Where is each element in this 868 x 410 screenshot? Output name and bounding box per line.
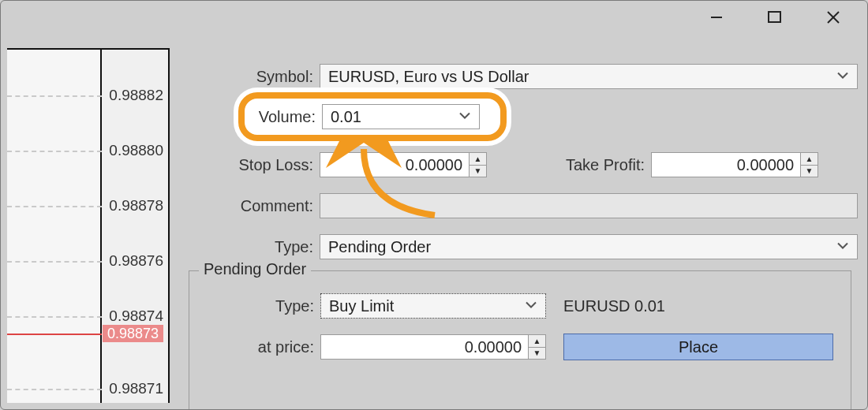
ordertype-label: Type: bbox=[189, 238, 320, 256]
price-tick: 0.98876 bbox=[109, 252, 163, 270]
atprice-spinner[interactable]: ▲▼ bbox=[528, 335, 545, 359]
place-button-label: Place bbox=[679, 338, 718, 356]
symbol-value: EURUSD, Euro vs US Dollar bbox=[328, 68, 529, 86]
pending-order-legend: Pending Order bbox=[199, 260, 311, 278]
symbol-select[interactable]: EURUSD, Euro vs US Dollar bbox=[320, 64, 858, 89]
place-button[interactable]: Place bbox=[563, 334, 833, 360]
highlight-callout: Volume: 0.01 bbox=[234, 88, 511, 146]
takeprofit-input[interactable]: 0.00000 ▲▼ bbox=[651, 152, 818, 177]
current-price-label: 0.98873 bbox=[103, 325, 163, 342]
maximize-button[interactable] bbox=[746, 2, 804, 33]
chevron-down-icon bbox=[525, 297, 537, 315]
comment-input[interactable] bbox=[320, 193, 858, 218]
current-price-line bbox=[7, 334, 102, 335]
comment-label: Comment: bbox=[189, 197, 320, 215]
stoploss-label: Stop Loss: bbox=[189, 156, 320, 174]
pending-summary: EURUSD 0.01 bbox=[563, 297, 665, 315]
price-tick: 0.98878 bbox=[109, 197, 163, 214]
stoploss-input[interactable]: 0.00000 ▲▼ bbox=[320, 152, 487, 177]
symbol-label: Symbol: bbox=[189, 68, 320, 86]
price-tick: 0.98882 bbox=[109, 87, 163, 104]
chevron-down-icon bbox=[836, 238, 849, 256]
takeprofit-label: Take Profit: bbox=[541, 156, 651, 174]
volume-value: 0.01 bbox=[331, 108, 361, 126]
price-tick: 0.98874 bbox=[109, 308, 163, 325]
volume-label: Volume: bbox=[248, 108, 322, 126]
order-window: 0.98882 0.98880 0.98878 0.98876 0.98874 … bbox=[0, 0, 868, 410]
pending-type-select[interactable]: Buy Limit bbox=[320, 293, 546, 319]
stoploss-value: 0.00000 bbox=[320, 153, 469, 177]
pending-type-label: Type: bbox=[189, 297, 320, 315]
atprice-label: at price: bbox=[189, 338, 320, 356]
chevron-down-icon bbox=[836, 68, 849, 86]
atprice-input[interactable]: 0.00000 ▲▼ bbox=[320, 334, 546, 360]
takeprofit-value: 0.00000 bbox=[652, 153, 800, 177]
atprice-value: 0.00000 bbox=[321, 335, 528, 359]
price-chart: 0.98882 0.98880 0.98878 0.98876 0.98874 … bbox=[7, 48, 170, 403]
price-tick: 0.98880 bbox=[109, 142, 163, 159]
svg-rect-1 bbox=[769, 12, 780, 22]
ordertype-select[interactable]: Pending Order bbox=[320, 234, 858, 259]
titlebar bbox=[1, 1, 867, 34]
chevron-down-icon bbox=[458, 108, 471, 126]
stoploss-spinner[interactable]: ▲▼ bbox=[469, 153, 486, 177]
volume-select[interactable]: 0.01 bbox=[322, 104, 480, 129]
takeprofit-spinner[interactable]: ▲▼ bbox=[800, 153, 817, 177]
ordertype-value: Pending Order bbox=[328, 238, 431, 256]
minimize-button[interactable] bbox=[687, 2, 746, 33]
close-button[interactable] bbox=[804, 2, 862, 33]
pending-type-value: Buy Limit bbox=[329, 297, 394, 315]
price-tick: 0.98871 bbox=[109, 380, 163, 397]
pending-order-group: Pending Order Type: Buy Limit EURUSD 0.0… bbox=[189, 270, 851, 409]
